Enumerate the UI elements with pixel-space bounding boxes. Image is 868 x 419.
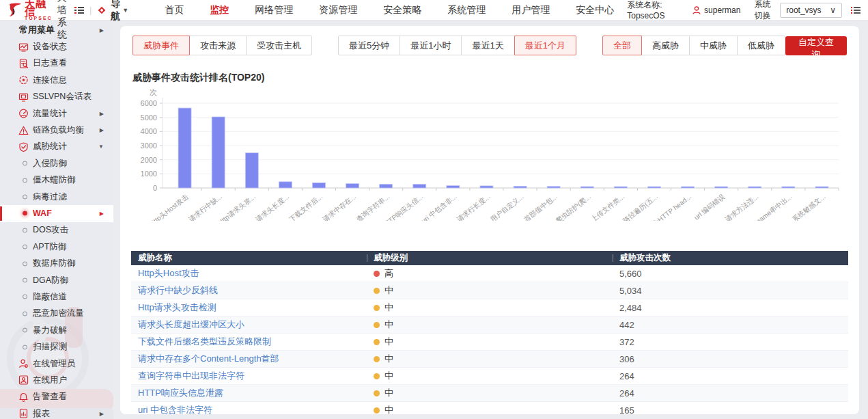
bar-13[interactable] — [580, 187, 593, 188]
sidebar-item-report[interactable]: 报表▶ — [0, 405, 113, 419]
bar-20[interactable] — [815, 187, 828, 188]
list-menu-icon[interactable] — [850, 5, 861, 15]
sidebar-item-intrusion-prevention[interactable]: 入侵防御 — [0, 155, 113, 172]
nav-item-system-mgmt[interactable]: 系统管理 — [447, 4, 486, 16]
sidebar-item-virus-filter[interactable]: 病毒过滤 — [0, 189, 113, 205]
bar-12[interactable] — [547, 187, 560, 188]
custom-query-button[interactable]: 自定义查询 — [785, 36, 847, 55]
bar-8[interactable] — [413, 185, 426, 188]
nav-item-user-mgmt[interactable]: 用户管理 — [512, 4, 550, 16]
sidebar-item-threat-stats[interactable]: 威胁统计▼ — [0, 139, 113, 155]
level-dot-icon — [374, 390, 380, 396]
nav-item-monitor[interactable]: 监控 — [210, 4, 229, 16]
x-axis-label: 查询字符串... — [355, 193, 391, 221]
bar-5[interactable] — [312, 183, 325, 188]
level-dot-icon — [374, 271, 380, 277]
x-axis-label: 请求头长度... — [254, 193, 291, 221]
sidebar-item-link-load-balance[interactable]: 链路负载均衡▶ — [0, 122, 113, 138]
time-filter-last-1hour[interactable]: 最近1小时 — [400, 36, 462, 55]
sidebar-item-malicious-encrypted-traffic[interactable]: 恶意加密流量 — [0, 306, 113, 322]
sidebar-item-dga-prevention[interactable]: DGA防御 — [0, 272, 113, 288]
bar-1[interactable] — [178, 108, 191, 188]
sidebar-item-botnet-prevention[interactable]: 僵木蠕防御 — [0, 172, 113, 189]
vsys-select[interactable]: root_vsys ∨ — [780, 3, 842, 18]
threat-name-link[interactable]: 请求头长度超出缓冲区大小 — [138, 319, 244, 331]
level-filter-low-threat[interactable]: 低威胁 — [737, 36, 785, 55]
bar-19[interactable] — [782, 187, 795, 188]
system-name: 系统名称: TopsecOS — [627, 0, 677, 21]
svg-text:2000: 2000 — [141, 156, 157, 164]
sidebar-item-label: 恶意加密流量 — [33, 308, 84, 319]
threat-name-link[interactable]: 请求中存在多个Content-Length首部 — [138, 353, 279, 365]
time-filter-last-5min[interactable]: 最近5分钟 — [338, 36, 400, 55]
bar-10[interactable] — [480, 186, 493, 188]
nav-menu-label[interactable]: 导航 — [111, 0, 120, 23]
bar-11[interactable] — [514, 186, 527, 188]
level-dot-icon — [374, 305, 380, 311]
svg-text:5000: 5000 — [141, 113, 157, 122]
x-axis-label: 爬虫防护(爬... — [555, 193, 592, 221]
sidebar-item-scan-probe[interactable]: 扫描探测 — [0, 338, 113, 355]
bar-17[interactable] — [715, 187, 728, 188]
tab-threat-event[interactable]: 威胁事件 — [132, 36, 190, 55]
threat-name-link[interactable]: 请求行中缺少反斜线 — [138, 284, 218, 297]
sidebar-item-log-view[interactable]: 日志查看 — [0, 55, 113, 72]
x-axis-label: 请求方法违... — [723, 193, 760, 221]
threat-name-link[interactable]: Http请求头攻击检测 — [138, 301, 216, 314]
sidebar-item-dos-attack[interactable]: DOS攻击 — [0, 222, 113, 239]
collapse-menu-icon[interactable] — [74, 5, 85, 15]
user-menu[interactable]: superman — [692, 5, 740, 15]
connection-icon — [18, 75, 29, 85]
sidebar-item-label: 在线管理员 — [33, 358, 76, 370]
bar-15[interactable] — [647, 187, 660, 188]
bar-2[interactable] — [212, 117, 225, 188]
level-dot-icon — [374, 288, 380, 294]
nav-item-home[interactable]: 首页 — [165, 4, 184, 16]
sidebar-item-traffic-stats[interactable]: 流量统计▶ — [0, 105, 113, 122]
bar-7[interactable] — [380, 185, 393, 188]
column-header-1: 威胁名称 — [131, 252, 367, 264]
bar-16[interactable] — [682, 187, 695, 188]
threat-level: 高 — [384, 267, 393, 280]
threat-name-link[interactable]: 查询字符串中出现非法字符 — [138, 370, 244, 382]
bar-9[interactable] — [447, 186, 460, 188]
threat-name-link[interactable]: Http头Host攻击 — [138, 267, 199, 280]
nav-item-network-mgmt[interactable]: 网络管理 — [255, 4, 293, 16]
level-filter-high-threat[interactable]: 高威胁 — [641, 36, 690, 55]
threat-name-link[interactable]: uri 中包含非法字符 — [138, 404, 212, 414]
nav-item-security-policy[interactable]: 安全策略 — [383, 4, 421, 16]
threat-name-link[interactable]: 下载文件后缀名类型违反策略限制 — [138, 336, 271, 348]
sidebar-item-waf[interactable]: WAF▶ — [0, 205, 113, 221]
time-filter-last-1day[interactable]: 最近1天 — [461, 36, 514, 55]
nav-item-resource-mgmt[interactable]: 资源管理 — [319, 4, 357, 16]
log-icon — [18, 58, 29, 68]
level-filter-mid-threat[interactable]: 中威胁 — [689, 36, 738, 55]
x-axis-label: 上传文件类... — [589, 193, 626, 221]
sidebar-item-device-status[interactable]: 设备状态 — [0, 38, 113, 55]
bar-4[interactable] — [279, 182, 292, 188]
tab-attacked-host[interactable]: 受攻击主机 — [246, 36, 312, 55]
table-row: 请求中存在多个Content-Length首部中306 — [131, 351, 848, 368]
table-row: uri 中包含非法字符中165 — [131, 402, 848, 414]
time-filter-last-1month[interactable]: 最近1个月 — [514, 36, 576, 55]
bar-3[interactable] — [245, 153, 258, 188]
sidebar-item-covert-channel[interactable]: 隐蔽信道 — [0, 288, 113, 305]
sidebar-item-online-user[interactable]: 在线用户 — [0, 372, 113, 388]
bar-14[interactable] — [614, 187, 627, 188]
gauge-icon — [18, 109, 29, 119]
sidebar-item-alarm-view[interactable]: 告警查看 — [0, 389, 113, 405]
tab-attack-source[interactable]: 攻击来源 — [189, 36, 247, 55]
bar-6[interactable] — [346, 184, 359, 188]
level-filter-all[interactable]: 全部 — [602, 36, 642, 55]
attack-count: 5,034 — [619, 286, 642, 296]
nav-item-security-center[interactable]: 安全中心 — [576, 4, 614, 16]
sidebar-item-online-admin[interactable]: 在线管理员 — [0, 355, 113, 372]
x-axis-label: Http请求头攻... — [216, 193, 257, 221]
sidebar-item-database-prevention[interactable]: 数据库防御 — [0, 255, 113, 271]
threat-name-link[interactable]: HTTP响应头信息泄露 — [138, 387, 223, 399]
sidebar-item-connection-info[interactable]: 连接信息 — [0, 72, 113, 88]
sidebar-item-sslvpn-session[interactable]: SSLVPN会话表 — [0, 89, 113, 105]
bar-18[interactable] — [748, 187, 761, 188]
sidebar-item-apt-prevention[interactable]: APT防御 — [0, 239, 113, 255]
sidebar-item-brute-force[interactable]: 暴力破解 — [0, 322, 113, 338]
